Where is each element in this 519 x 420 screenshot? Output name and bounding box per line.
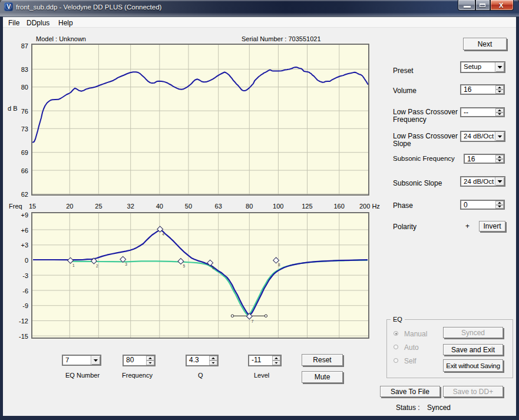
svg-text:3: 3 xyxy=(125,262,127,266)
svg-text:8: 8 xyxy=(278,263,280,267)
svg-text:4: 4 xyxy=(162,232,164,236)
svg-text:1: 1 xyxy=(72,263,75,267)
svg-text:6: 6 xyxy=(212,266,214,270)
svg-text:2: 2 xyxy=(96,264,98,268)
svg-text:7: 7 xyxy=(252,319,254,323)
svg-text:5: 5 xyxy=(183,264,185,268)
